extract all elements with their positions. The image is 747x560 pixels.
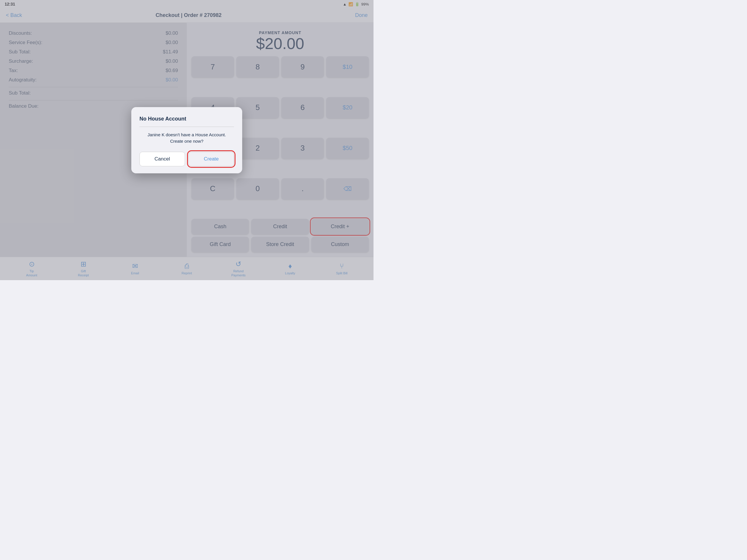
create-button[interactable]: Create (188, 152, 234, 166)
dialog-title: No House Account (139, 116, 234, 122)
dialog-message: Janine K doesn't have a House Account.Cr… (139, 132, 234, 145)
dialog-divider (139, 127, 234, 127)
dialog-overlay: No House Account Janine K doesn't have a… (0, 0, 374, 280)
cancel-button[interactable]: Cancel (139, 152, 185, 166)
dialog: No House Account Janine K doesn't have a… (131, 107, 242, 173)
dialog-buttons: Cancel Create (139, 152, 234, 166)
